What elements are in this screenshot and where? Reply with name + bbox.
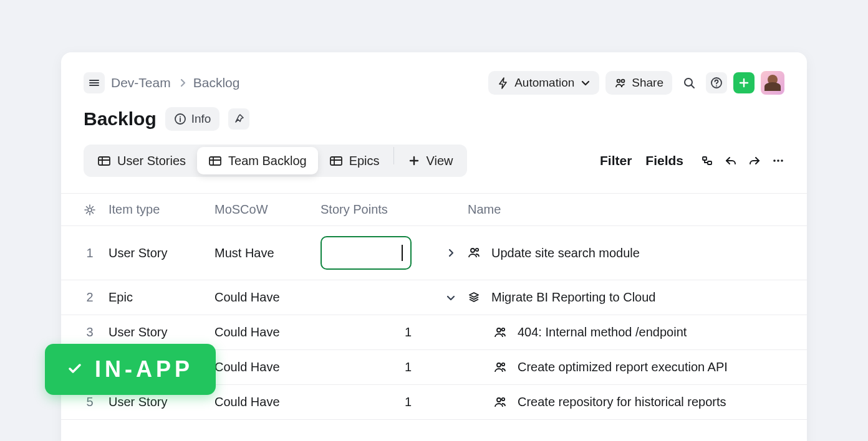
table-row[interactable]: 1 User Story Must Have Update site searc… (61, 226, 807, 280)
redo-icon[interactable] (748, 154, 761, 167)
pin-icon (233, 113, 245, 125)
cell-item-type: User Story (109, 395, 215, 409)
item-name: Create repository for historical reports (518, 395, 726, 409)
breadcrumb: Dev-Team Backlog (111, 75, 239, 90)
chevron-down-icon (579, 77, 591, 89)
tabs-row: User Stories Team Backlog Epics View Fil… (61, 131, 807, 177)
share-label: Share (632, 76, 663, 90)
cell-name[interactable]: 404: Internal method /endpoint (468, 325, 797, 339)
pin-button[interactable] (228, 108, 249, 130)
filter-button[interactable]: Filter (600, 153, 632, 168)
cell-moscow: Could Have (215, 325, 321, 339)
breadcrumb-current[interactable]: Backlog (193, 75, 240, 90)
tab-user-stories[interactable]: User Stories (86, 147, 197, 174)
cell-name[interactable]: Update site search module (468, 246, 797, 260)
col-story-points[interactable]: Story Points (321, 202, 433, 217)
users-icon (494, 396, 509, 409)
share-button[interactable]: Share (605, 71, 672, 95)
fields-button[interactable]: Fields (645, 153, 683, 168)
tab-team-backlog[interactable]: Team Backlog (197, 147, 318, 174)
help-icon (710, 77, 723, 89)
plus-icon (738, 77, 750, 89)
item-name: Migrate BI Reporting to Cloud (491, 290, 655, 305)
row-index: 2 (71, 290, 109, 305)
topbar: Dev-Team Backlog Automation Share (61, 52, 807, 95)
tab-label: Epics (349, 154, 380, 168)
cell-item-type: Epic (109, 290, 215, 305)
table-header: Item type MoSCoW Story Points Name (61, 194, 807, 226)
avatar[interactable] (761, 71, 784, 95)
bolt-icon (497, 77, 509, 89)
users-icon (468, 246, 483, 260)
tab-add-view[interactable]: View (397, 147, 465, 174)
row-index: 1 (71, 246, 109, 260)
cell-item-type: User Story (109, 325, 215, 339)
table-icon (329, 154, 343, 167)
menu-icon (88, 77, 100, 89)
table-icon (208, 154, 222, 167)
cell-story-points[interactable]: 1 (321, 395, 433, 409)
add-button[interactable] (733, 72, 755, 93)
users-icon (494, 361, 509, 374)
undo-icon[interactable] (725, 154, 737, 167)
tab-epics[interactable]: Epics (318, 147, 391, 174)
cell-name[interactable]: Create optimized report execution API (468, 360, 797, 374)
help-button[interactable] (706, 72, 727, 93)
search-icon (683, 77, 695, 89)
table-icon (97, 154, 111, 167)
expand-toggle[interactable] (433, 247, 468, 259)
in-app-badge: IN-APP (45, 344, 216, 395)
cell-story-points[interactable] (321, 236, 433, 270)
app-window: Dev-Team Backlog Automation Share Backlo… (61, 52, 807, 441)
table-row[interactable]: 2 Epic Could Have Migrate BI Reporting t… (61, 280, 807, 315)
gear-icon (84, 204, 96, 216)
chevron-down-icon (445, 292, 456, 304)
tab-group: User Stories Team Backlog Epics View (84, 145, 467, 177)
check-icon (67, 362, 86, 377)
row-index: 5 (71, 395, 109, 409)
item-name: 404: Internal method /endpoint (518, 325, 687, 339)
page-title: Backlog (84, 108, 157, 130)
expand-toggle[interactable] (433, 292, 468, 304)
col-name[interactable]: Name (468, 202, 797, 217)
menu-button[interactable] (84, 72, 105, 93)
view-actions: Filter Fields (600, 153, 784, 168)
col-moscow[interactable]: MoSCoW (215, 202, 321, 217)
cell-story-points[interactable]: 1 (321, 325, 433, 339)
item-name: Create optimized report execution API (518, 360, 728, 374)
tab-label: Team Backlog (228, 154, 307, 168)
col-item-type[interactable]: Item type (109, 202, 215, 217)
plus-icon (408, 154, 420, 167)
tab-separator (393, 147, 394, 164)
share-icon (614, 77, 627, 89)
cell-moscow: Must Have (215, 246, 321, 260)
more-icon[interactable] (772, 154, 784, 167)
cell-item-type: User Story (109, 246, 215, 260)
table-settings-button[interactable] (71, 204, 109, 216)
chevron-right-icon (445, 247, 455, 259)
title-row: Backlog Info (61, 95, 807, 131)
subtasks-icon[interactable] (701, 154, 713, 167)
chevron-right-icon (177, 77, 187, 89)
automation-button[interactable]: Automation (488, 71, 599, 95)
cell-moscow: Could Have (215, 360, 321, 374)
cell-name[interactable]: Create repository for historical reports (468, 395, 797, 409)
info-button[interactable]: Info (165, 107, 220, 131)
cell-moscow: Could Have (215, 395, 321, 409)
cell-story-points[interactable]: 1 (321, 360, 433, 374)
search-button[interactable] (678, 72, 700, 93)
stack-icon (468, 291, 483, 305)
tab-label: User Stories (117, 154, 186, 168)
story-points-input[interactable] (321, 236, 412, 270)
automation-label: Automation (514, 76, 574, 90)
info-icon (174, 113, 186, 125)
cell-moscow: Could Have (215, 290, 321, 305)
row-index: 3 (71, 325, 109, 339)
tab-label: View (427, 154, 453, 168)
badge-label: IN-APP (95, 356, 193, 382)
cell-name[interactable]: Migrate BI Reporting to Cloud (468, 290, 797, 305)
breadcrumb-root[interactable]: Dev-Team (111, 75, 171, 90)
users-icon (494, 326, 509, 339)
info-label: Info (191, 112, 211, 126)
item-name: Update site search module (491, 246, 640, 260)
